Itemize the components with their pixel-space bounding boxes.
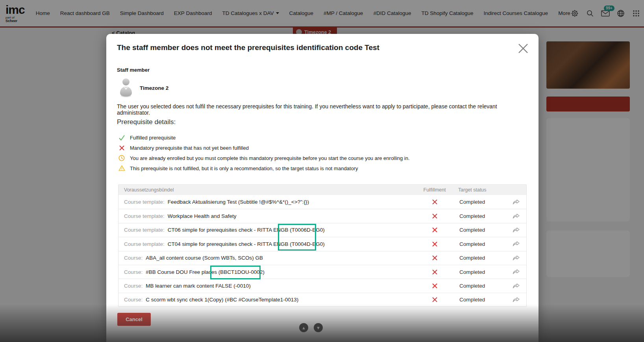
prerequisite-details-heading: Prerequisite details:	[117, 118, 176, 126]
not-fulfilled-icon	[411, 213, 458, 219]
not-fulfilled-icon	[411, 255, 458, 261]
forward-arrow-icon[interactable]	[505, 268, 526, 275]
screen: imc part of Scheer Home React dashboard …	[0, 0, 644, 342]
legend-row-mandatory: Mandatory prerequisite that has not yet …	[118, 143, 512, 153]
target-status-value: Completed	[458, 297, 505, 303]
staff-member-name: Timezone 2	[140, 85, 168, 91]
target-status-value: Completed	[458, 199, 505, 205]
prerequisites-table: Voraussetzungsbündel Fulfillment Target …	[118, 184, 527, 307]
table-row: Course template:Workplace Health and Saf…	[118, 209, 526, 223]
row-course-name: Feedback Aktualisierung Test (Subtitle !…	[168, 199, 309, 205]
not-fulfilled-icon	[411, 199, 458, 205]
check-icon	[118, 134, 125, 141]
target-status-value: Completed	[458, 269, 505, 275]
header-fulfillment: Fulfillment	[411, 187, 458, 193]
legend-text: Fulfilled prerequisite	[130, 135, 176, 141]
row-course-name: MB learner can mark content FALSE (-0010…	[146, 283, 250, 289]
row-type-label: Course template:	[124, 213, 165, 219]
row-course-name: ABA_all content course (Scorm WBTs, SCOs…	[146, 255, 263, 261]
forward-arrow-icon[interactable]	[505, 213, 526, 220]
not-fulfilled-icon	[411, 297, 458, 303]
table-row: Course:C scorm wbt sync check 1(Copy) (#…	[118, 293, 526, 307]
row-course-name: Workplace Health and Safety	[168, 213, 237, 219]
target-status-value: Completed	[458, 255, 505, 261]
not-fulfilled-icon	[411, 241, 458, 247]
forward-arrow-icon[interactable]	[505, 283, 526, 290]
row-type-label: Course:	[124, 283, 142, 289]
legend-row-enrolled: You are already enrolled but you must co…	[118, 153, 512, 163]
row-type-label: Course:	[124, 297, 142, 303]
target-status-value: Completed	[458, 283, 505, 289]
not-fulfilled-icon	[411, 269, 458, 275]
target-status-value: Completed	[458, 241, 505, 247]
cancel-button[interactable]: Cancel	[117, 313, 151, 326]
modal-title: The staff member does not meet the prere…	[117, 43, 495, 52]
table-row: Course:MB learner can mark content FALSE…	[118, 279, 526, 292]
not-fulfilled-icon	[411, 283, 458, 289]
forward-arrow-icon[interactable]	[505, 227, 526, 234]
forward-arrow-icon[interactable]	[505, 255, 526, 262]
header-bundle: Voraussetzungsbündel	[118, 187, 411, 193]
legend-text: This prerequisite is not fulfilled, but …	[130, 165, 358, 171]
table-header: Voraussetzungsbündel Fulfillment Target …	[118, 185, 526, 195]
highlight-annotation-box	[210, 266, 261, 279]
row-type-label: Course template:	[124, 199, 165, 205]
row-course-name: C scorm wbt sync check 1(Copy) (#BC #Cou…	[146, 297, 298, 303]
legend: Fulfilled prerequisite Mandatory prerequ…	[118, 132, 512, 173]
table-row: Course template:CT06 simple for prerequi…	[118, 223, 526, 237]
forward-arrow-icon[interactable]	[505, 240, 526, 247]
table-row: Course:#BB Course DOU Free places (BBCT1…	[118, 265, 526, 279]
staff-member-label: Staff member	[117, 67, 150, 73]
modal-description: The user you selected does not fulfil th…	[117, 103, 528, 116]
row-type-label: Course template:	[124, 227, 165, 233]
table-row: Course template:Feedback Aktualisierung …	[118, 195, 526, 209]
scroll-up-button[interactable]: ▲	[299, 323, 308, 332]
table-body: Course template:Feedback Aktualisierung …	[118, 195, 526, 307]
table-row: Course template:CT04 simple for prerequi…	[118, 237, 526, 251]
header-target-status: Target status	[458, 187, 505, 193]
close-icon[interactable]	[517, 43, 529, 54]
cross-icon	[118, 144, 125, 151]
warning-icon	[118, 165, 125, 172]
table-row: Course:ABA_all content course (Scorm WBT…	[118, 251, 526, 265]
legend-text: Mandatory prerequisite that has not yet …	[130, 145, 249, 151]
scroll-down-button[interactable]: ▼	[314, 323, 323, 332]
not-fulfilled-icon	[411, 227, 458, 233]
row-type-label: Course:	[124, 269, 142, 275]
clock-icon	[118, 154, 125, 162]
staff-avatar	[118, 77, 134, 98]
legend-row-fulfilled: Fulfilled prerequisite	[118, 132, 512, 143]
prerequisites-modal: The staff member does not meet the prere…	[106, 34, 539, 342]
row-type-label: Course:	[124, 255, 142, 261]
target-status-value: Completed	[458, 213, 505, 219]
forward-arrow-icon[interactable]	[505, 199, 526, 206]
row-type-label: Course template:	[124, 241, 165, 247]
highlight-annotation-box	[278, 224, 316, 251]
forward-arrow-icon[interactable]	[505, 296, 526, 303]
target-status-value: Completed	[458, 227, 505, 233]
legend-row-recommendation: This prerequisite is not fulfilled, but …	[118, 163, 512, 173]
legend-text: You are already enrolled but you must co…	[130, 155, 410, 161]
scroll-buttons: ▲ ▼	[299, 323, 323, 332]
